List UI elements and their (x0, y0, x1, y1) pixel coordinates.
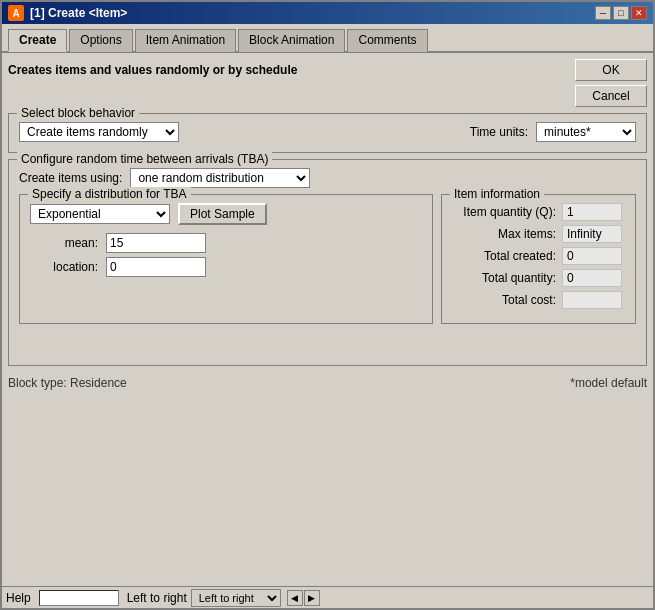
inner-row: Specify a distribution for TBA Exponenti… (19, 194, 636, 324)
nav-arrows: ◀ ▶ (287, 590, 320, 606)
item-info-group: Item information Item quantity (Q): 1 Ma… (441, 194, 636, 324)
close-button[interactable]: ✕ (631, 6, 647, 20)
mean-input[interactable] (106, 233, 206, 253)
block-behavior-select[interactable]: Create items randomly Create items on sc… (19, 122, 179, 142)
block-behavior-label: Select block behavior (17, 106, 139, 120)
distribution-group: Specify a distribution for TBA Exponenti… (19, 194, 433, 324)
total-created-row: Total created: 0 (452, 247, 625, 265)
total-created-key: Total created: (452, 249, 562, 263)
total-cost-row: Total cost: (452, 291, 625, 309)
minimize-button[interactable]: ─ (595, 6, 611, 20)
status-bar: Help Left to right Left to right Right t… (2, 586, 653, 608)
action-buttons: OK Cancel (575, 59, 647, 107)
item-qty-val: 1 (562, 203, 622, 221)
status-input[interactable] (39, 590, 119, 606)
max-items-key: Max items: (452, 227, 562, 241)
direction-label: Left to right (127, 591, 187, 605)
time-units-select[interactable]: minutes* seconds hours (536, 122, 636, 142)
tab-block-animation[interactable]: Block Animation (238, 29, 345, 52)
location-label: location: (38, 260, 98, 274)
item-qty-key: Item quantity (Q): (452, 205, 562, 219)
cancel-button[interactable]: Cancel (575, 85, 647, 107)
app-icon: A (8, 5, 24, 21)
tab-comments[interactable]: Comments (347, 29, 427, 52)
direction-select[interactable]: Left to right Right to left Top to botto… (191, 589, 281, 607)
main-window: A [1] Create <Item> ─ □ ✕ Create Options… (0, 0, 655, 610)
footer-area: Block type: Residence *model default (8, 372, 647, 394)
block-type-text: Block type: Residence (8, 376, 127, 390)
configure-tba-label: Configure random time between arrivals (… (17, 152, 272, 166)
tab-bar: Create Options Item Animation Block Anim… (2, 24, 653, 53)
tab-item-animation[interactable]: Item Animation (135, 29, 236, 52)
create-items-select[interactable]: one random distribution schedule interar… (130, 168, 310, 188)
configure-tba-group: Configure random time between arrivals (… (8, 159, 647, 366)
time-units-label: Time units: (470, 125, 528, 139)
title-bar-controls: ─ □ ✕ (595, 6, 647, 20)
create-items-row: Create items using: one random distribut… (19, 168, 636, 188)
max-items-val: Infinity (562, 225, 622, 243)
nav-next-button[interactable]: ▶ (304, 590, 320, 606)
model-default-text: *model default (570, 376, 647, 390)
item-info-group-label: Item information (450, 187, 544, 201)
plot-sample-button[interactable]: Plot Sample (178, 203, 267, 225)
tab-options[interactable]: Options (69, 29, 132, 52)
max-items-row: Max items: Infinity (452, 225, 625, 243)
help-label: Help (6, 591, 31, 605)
nav-prev-button[interactable]: ◀ (287, 590, 303, 606)
total-cost-key: Total cost: (452, 293, 562, 307)
location-input[interactable] (106, 257, 206, 277)
total-cost-val (562, 291, 622, 309)
maximize-button[interactable]: □ (613, 6, 629, 20)
block-select-row: Create items randomly Create items on sc… (19, 122, 636, 142)
total-qty-val: 0 (562, 269, 622, 287)
description-text: Creates items and values randomly or by … (8, 59, 297, 81)
title-bar-left: A [1] Create <Item> (8, 5, 127, 21)
ok-button[interactable]: OK (575, 59, 647, 81)
content-area: Creates items and values randomly or by … (2, 53, 653, 586)
tab-create[interactable]: Create (8, 29, 67, 52)
total-qty-row: Total quantity: 0 (452, 269, 625, 287)
distribution-select[interactable]: Exponential Normal Uniform Triangular (30, 204, 170, 224)
block-behavior-group: Select block behavior Create items rando… (8, 113, 647, 153)
top-row: Creates items and values randomly or by … (8, 59, 647, 107)
time-units-row: Time units: minutes* seconds hours (470, 122, 636, 142)
distribution-top-row: Exponential Normal Uniform Triangular Pl… (30, 203, 422, 225)
create-items-label: Create items using: (19, 171, 122, 185)
mean-label: mean: (38, 236, 98, 250)
title-bar: A [1] Create <Item> ─ □ ✕ (2, 2, 653, 24)
distribution-group-label: Specify a distribution for TBA (28, 187, 191, 201)
total-qty-key: Total quantity: (452, 271, 562, 285)
param-mean-row: mean: (30, 233, 422, 253)
window-title: [1] Create <Item> (30, 6, 127, 20)
total-created-val: 0 (562, 247, 622, 265)
param-location-row: location: (30, 257, 422, 277)
item-qty-row: Item quantity (Q): 1 (452, 203, 625, 221)
